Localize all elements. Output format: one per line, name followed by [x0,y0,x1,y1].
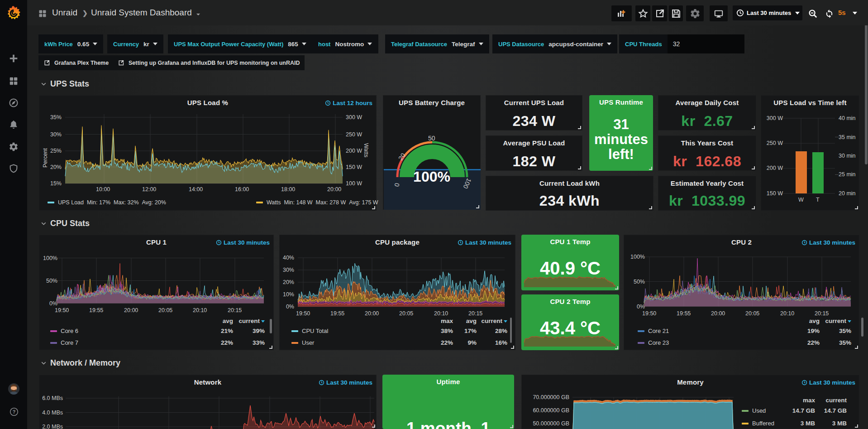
svg-text:?: ? [13,409,16,415]
